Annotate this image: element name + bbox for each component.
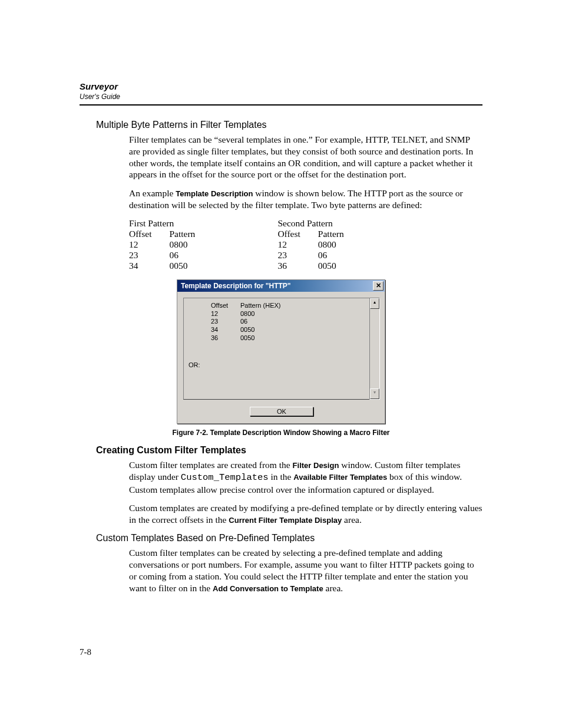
doc-title: Surveyor — [80, 81, 482, 91]
cell: 34 — [129, 261, 169, 271]
table-row: 340050 — [129, 261, 213, 271]
table-row: 2306 — [277, 250, 361, 261]
text-run: in the — [269, 472, 294, 482]
page: Surveyor User's Guide Multiple Byte Patt… — [0, 0, 562, 728]
dialog-titlebar[interactable]: Template Description for "HTTP" ✕ — [177, 280, 385, 292]
pattern-listing: OR: Offset 12 23 34 36 Pattern (HEX) 080… — [183, 298, 369, 400]
table-row: 2306 — [129, 250, 213, 261]
text-run: area. — [323, 583, 343, 593]
ui-term: Template Description — [176, 189, 253, 198]
col-header: Pattern — [318, 229, 362, 239]
vertical-scrollbar[interactable]: ▴ ▾ — [369, 298, 380, 400]
second-pattern-table: Second Pattern OffestPattern 120800 2306… — [277, 218, 361, 271]
section-heading-creating: Creating Custom Filter Templates — [96, 445, 482, 456]
paragraph: Custom filter templates are created from… — [129, 459, 482, 495]
paragraph: An example Template Description window i… — [129, 187, 482, 211]
cell: 23 — [129, 250, 169, 261]
col-header: Pattern — [169, 229, 213, 239]
paragraph: Filter templates can be “several templat… — [129, 134, 482, 180]
cell: 0050 — [240, 326, 293, 334]
cell: 12 — [129, 239, 169, 250]
or-label-col: OR: — [189, 302, 205, 370]
col-header: Offset — [211, 302, 234, 310]
cell: 06 — [169, 250, 213, 261]
dialog-button-row: OK — [183, 406, 380, 416]
close-icon[interactable]: ✕ — [373, 281, 384, 291]
cell: 36 — [211, 334, 234, 342]
first-pattern-table: First Pattern OffsetPattern 120800 2306 … — [129, 218, 213, 271]
cell: 0050 — [240, 334, 293, 342]
cell: 36 — [277, 261, 318, 271]
text-run: area. — [342, 515, 362, 525]
col-header: Pattern (HEX) — [240, 302, 293, 310]
dialog-body: OR: Offset 12 23 34 36 Pattern (HEX) 080… — [177, 292, 385, 423]
cell: 0800 — [318, 239, 362, 250]
table-row: 120800 — [277, 239, 361, 250]
template-description-dialog: Template Description for "HTTP" ✕ OR: Of… — [177, 279, 385, 424]
cell: 23 — [277, 250, 318, 261]
cell: 06 — [318, 250, 362, 261]
cell: 0800 — [169, 239, 213, 250]
cell: 23 — [211, 318, 234, 326]
cell: 12 — [211, 310, 234, 318]
text-run: An example — [129, 188, 176, 198]
section-heading-multibyte: Multiple Byte Patterns in Filter Templat… — [96, 120, 482, 130]
scroll-down-icon[interactable]: ▾ — [370, 388, 379, 399]
ui-term: Current Filter Template Display — [229, 516, 342, 525]
section-heading-custom-predef: Custom Templates Based on Pre-Defined Te… — [96, 533, 482, 543]
header-rule — [80, 104, 482, 106]
ui-term: Filter Design — [293, 461, 339, 470]
col-header: Offset — [129, 229, 169, 239]
code-term: Custom_Templates — [181, 472, 269, 483]
cell: 0050 — [169, 261, 213, 271]
doc-subtitle: User's Guide — [80, 93, 482, 101]
dialog-content-panel: OR: Offset 12 23 34 36 Pattern (HEX) 080… — [183, 298, 380, 400]
page-number: 7-8 — [80, 647, 91, 657]
figure-caption: Figure 7-2. Template Description Window … — [80, 429, 482, 437]
cell: 0050 — [318, 261, 362, 271]
paragraph: Custom filter templates can be created b… — [129, 547, 482, 594]
table-title: First Pattern — [129, 218, 213, 229]
cell: 0800 — [240, 310, 293, 318]
col-header: Offest — [277, 229, 318, 239]
pattern-tables: First Pattern OffsetPattern 120800 2306 … — [129, 218, 482, 271]
cell: 12 — [277, 239, 318, 250]
cell: 06 — [240, 318, 293, 326]
ui-term: Available Filter Templates — [293, 473, 387, 482]
scroll-up-icon[interactable]: ▴ — [370, 298, 379, 309]
ok-button[interactable]: OK — [250, 407, 313, 416]
ui-term: Add Conversation to Template — [213, 584, 323, 593]
or-label: OR: — [189, 361, 205, 370]
cell: 34 — [211, 326, 234, 334]
table-title: Second Pattern — [277, 218, 361, 229]
pattern-col: Pattern (HEX) 0800 06 0050 0050 — [240, 302, 293, 370]
scroll-track[interactable] — [370, 309, 379, 388]
paragraph: Custom templates are created by modifyin… — [129, 502, 482, 526]
dialog-title: Template Description for "HTTP" — [181, 282, 373, 290]
text-run: Custom filter templates are created from… — [129, 460, 293, 470]
table-row: 120800 — [129, 239, 213, 250]
offset-col: Offset 12 23 34 36 — [211, 302, 234, 370]
table-row: 360050 — [277, 261, 361, 271]
